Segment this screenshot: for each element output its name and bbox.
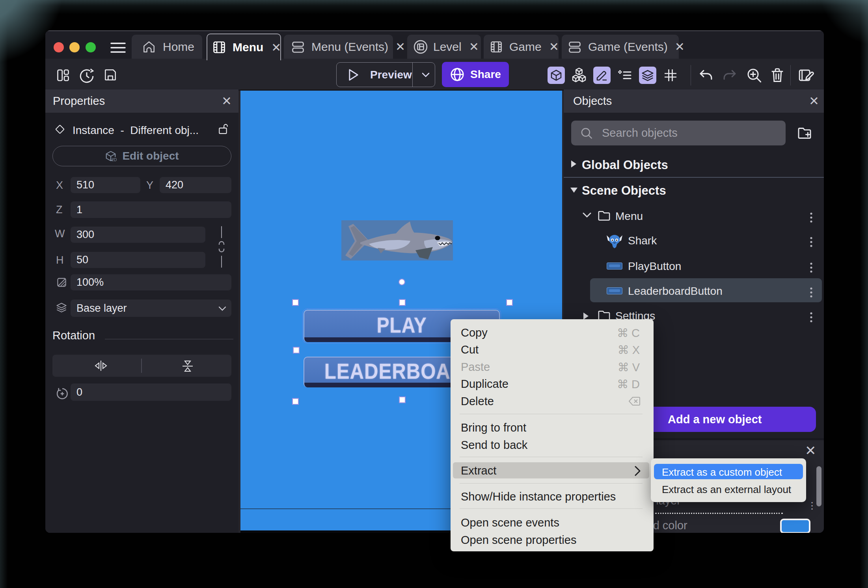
svg-text:2D: 2D <box>112 157 117 162</box>
